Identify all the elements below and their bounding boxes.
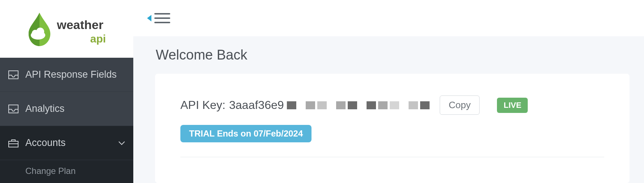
- svg-point-2: [36, 28, 44, 36]
- logo-text-api: api: [90, 33, 106, 45]
- caret-left-icon: [146, 14, 152, 22]
- topbar: [133, 0, 644, 36]
- logo-area: weather api: [0, 0, 133, 58]
- inbox-icon: [8, 70, 19, 80]
- api-key-label: API Key:: [180, 98, 226, 112]
- api-key-row: API Key: 3aaaf36e9 Copy LIVE: [180, 95, 604, 115]
- logo-text-weather: weather: [57, 18, 104, 32]
- trial-badge: TRIAL Ends on 07/Feb/2024: [180, 125, 311, 142]
- copy-button[interactable]: Copy: [440, 95, 480, 115]
- page-title: Welcome Back: [156, 47, 644, 63]
- briefcase-icon: [8, 138, 19, 148]
- api-key-card: API Key: 3aaaf36e9 Copy LIVE TRIAL Ends …: [155, 74, 630, 183]
- menu-toggle-button[interactable]: [146, 12, 170, 24]
- chevron-down-icon: [118, 141, 125, 146]
- sidebar-item-label: Analytics: [25, 103, 64, 114]
- card-divider: [180, 157, 604, 157]
- main-area: Welcome Back API Key: 3aaaf36e9 Copy: [133, 0, 644, 183]
- sidebar: weather api API Response Fields Analytic…: [0, 0, 133, 183]
- api-key-redacted: [287, 101, 430, 109]
- status-badge: LIVE: [497, 98, 528, 113]
- sidebar-nav: API Response Fields Analytics Accounts: [0, 58, 133, 183]
- inbox-icon: [8, 104, 19, 114]
- sidebar-subitem-label: Change Plan: [25, 166, 76, 176]
- hamburger-icon: [154, 12, 170, 24]
- api-key-visible-prefix: 3aaaf36e9: [229, 98, 284, 112]
- sidebar-item-analytics[interactable]: Analytics: [0, 92, 133, 126]
- sidebar-item-accounts[interactable]: Accounts: [0, 126, 133, 160]
- sidebar-item-api-response-fields[interactable]: API Response Fields: [0, 58, 133, 92]
- sidebar-item-label: Accounts: [25, 137, 66, 149]
- sidebar-item-label: API Response Fields: [25, 69, 117, 80]
- sidebar-subitem-change-plan[interactable]: Change Plan: [0, 160, 133, 182]
- api-key-display: API Key: 3aaaf36e9: [180, 98, 430, 112]
- weatherapi-logo: weather api: [25, 9, 108, 49]
